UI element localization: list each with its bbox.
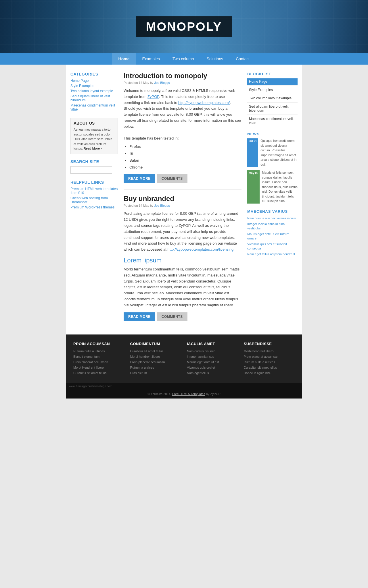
- list-item: Rutrum nulla a ultrices: [73, 349, 124, 353]
- search-section: SEARCH SITE: [70, 159, 118, 174]
- helpful-link[interactable]: Cheap web hosting from Dreamhost: [70, 196, 118, 204]
- blocklist-link[interactable]: Home Page: [247, 78, 298, 85]
- footer-url: www.heritagechristiancollege.com: [66, 383, 302, 389]
- category-link[interactable]: Maecenas condimentum velit vitae: [70, 103, 118, 111]
- footer-link[interactable]: Nam cursus nisi nec: [187, 349, 215, 353]
- about-text: Aenean nec massa a tortor auctor sodales…: [74, 127, 115, 151]
- list-item: Home Page: [247, 78, 298, 85]
- blocklist-section: BLOCKLIST Home Page Style Examples Two c…: [247, 72, 298, 126]
- footer-link[interactable]: Proin placerat accumsan: [130, 360, 165, 364]
- nav-examples[interactable]: Examples: [136, 53, 166, 65]
- post-2-author[interactable]: Joe Bloggs: [154, 204, 170, 207]
- nav-solutions[interactable]: Solutions: [200, 53, 230, 65]
- post-2-readmore[interactable]: READ MORE: [124, 312, 155, 321]
- category-link[interactable]: Home Page: [70, 79, 118, 83]
- footer-link[interactable]: Blandit elementum: [73, 355, 99, 358]
- post-1-author[interactable]: Joe Bloggs: [154, 81, 170, 84]
- post-1-readmore[interactable]: READ MORE: [124, 174, 155, 183]
- post-1-title: Introduction to monopoly: [124, 72, 241, 80]
- footer-col-3-list: Nam cursus nisi nec Integer lacinia risu…: [187, 349, 238, 375]
- footer-bottom: © YourSite 2014, Free HTML5 Templates by…: [66, 389, 302, 399]
- list-item: Proin placerat accumsan: [130, 360, 181, 364]
- main-nav: Home Examples Two column Solutions Conta…: [0, 53, 368, 65]
- list-item: Integer lacinia risus id nibh vestibulum: [247, 222, 298, 230]
- footer-link[interactable]: Curabitur sit amet tellus: [130, 349, 164, 353]
- footer-col-4-title: SUSPENDISSE: [244, 342, 295, 346]
- search-box: [70, 166, 118, 174]
- helpful-link[interactable]: Premium WordPress themes: [70, 205, 118, 209]
- list-item: Sed aliquam libero ut velit bibendum: [70, 94, 118, 102]
- post-1-actions: READ MORE COMMENTS: [124, 174, 241, 183]
- main-content: Introduction to monopoly Posted on 14 Ma…: [124, 72, 241, 327]
- maecenas-link[interactable]: Vivamus quis orci et suscipit consequa: [247, 242, 287, 250]
- news-text-2: Mauris et felis semper, congue dui ac, i…: [262, 170, 298, 204]
- footer-col-1: PROIN ACCUMSAN Rutrum nulla a ultrices B…: [70, 342, 127, 376]
- list-item: Curabitur sit amet tellus: [73, 371, 124, 375]
- maecenas-link[interactable]: Nam cursus nisi nec viverra iaculis: [247, 216, 296, 220]
- post-1-body: Welcome to monopoly, a free valid CSS3 &…: [124, 88, 241, 170]
- footer-link[interactable]: Rutrum nulla a ultrices: [73, 349, 105, 353]
- footer-link[interactable]: Mauris eget ante ut elit: [187, 360, 219, 364]
- helpful-link[interactable]: Premium HTML web templates from $10: [70, 187, 118, 195]
- post-1-comments[interactable]: COMMENTS: [157, 174, 187, 183]
- news-item-1: Jul 21 Quisque hendrerit lorem sit amet …: [247, 138, 298, 167]
- list-item: Style Examples: [247, 87, 298, 93]
- footer-col-3-title: IACULIS AMET: [187, 342, 238, 346]
- post-2-body: Purchasing a template license for 8.00 G…: [124, 211, 241, 253]
- list-item: Style Examples: [70, 84, 118, 88]
- search-input[interactable]: [70, 166, 112, 174]
- list-item: Maecenas condimentum velit vitae: [247, 116, 298, 126]
- footer-link[interactable]: Morbi hendrerit libero: [130, 355, 160, 358]
- blocklist-link[interactable]: Style Examples: [247, 87, 298, 93]
- post-2-meta: Posted on 14 May by Joe Bloggs: [124, 204, 241, 207]
- nav-home[interactable]: Home: [112, 53, 136, 65]
- footer-link[interactable]: Donec in ligula nisl.: [244, 371, 271, 375]
- footer-link[interactable]: Morbi hendrerit libero: [244, 349, 274, 353]
- footer-link[interactable]: Curabitur sit amet tellus: [244, 366, 277, 369]
- post-2: Buy unbranded Posted on 14 May by Joe Bl…: [124, 195, 241, 321]
- maecenas-link[interactable]: Mauris eget ante ut elit rutrum ornare: [247, 232, 289, 240]
- footer-columns: PROIN ACCUMSAN Rutrum nulla a ultrices B…: [66, 334, 302, 383]
- nav-contact[interactable]: Contact: [229, 53, 256, 65]
- blocklist-link[interactable]: Maecenas condimentum velit vitae: [247, 116, 298, 126]
- list-item: Blandit elementum: [73, 354, 124, 359]
- footer-link[interactable]: Nam eget tellus: [187, 371, 209, 375]
- divider: [247, 86, 298, 86]
- post-2-comments[interactable]: COMMENTS: [157, 312, 187, 321]
- blocklist-link[interactable]: Two column layout example: [247, 95, 298, 101]
- footer-link[interactable]: Proin placerat accumsan: [244, 355, 279, 358]
- blocklist-link[interactable]: Sed aliquam libero ut velit bibendum: [247, 103, 298, 114]
- category-link[interactable]: Two column layout example: [70, 89, 118, 93]
- zypop-link-1[interactable]: ZyPOP: [147, 94, 159, 99]
- footer-link[interactable]: Proin placerat accumsan: [73, 360, 108, 364]
- footer-link[interactable]: Rutrum a ultrices: [130, 366, 154, 369]
- footer-link[interactable]: Morbi Hendrerit libero: [73, 366, 104, 369]
- template-url-link[interactable]: http://zypopwebtemplates.com/: [178, 100, 230, 105]
- maecenas-link[interactable]: Nam eget tellus adipscin hendrerit: [247, 252, 295, 256]
- footer-col-2: CONDIMENTUM Curabitur sit amet tellus Mo…: [127, 342, 184, 376]
- maecenas-link[interactable]: Integer lacinia risus id nibh vestibulum: [247, 222, 285, 230]
- divider: [247, 115, 298, 115]
- footer-col-4-list: Morbi hendrerit libero Proin placerat ac…: [244, 349, 295, 375]
- category-link[interactable]: Style Examples: [70, 84, 118, 88]
- footer-link[interactable]: Curabitur sit amet tellus: [73, 371, 107, 375]
- list-item: Cras dictum: [130, 371, 181, 375]
- footer-link[interactable]: Rutrum nulla a ultrices: [244, 360, 275, 364]
- post-divider: [124, 189, 241, 189]
- nav-two-column[interactable]: Two column: [166, 53, 200, 65]
- list-item: Two column layout example: [247, 95, 298, 101]
- list-item: Mauris eget ante ut elit: [187, 360, 238, 364]
- about-box: ABOUT US Aenean nec massa a tortor aucto…: [70, 118, 118, 154]
- about-readmore[interactable]: Read More »: [84, 147, 102, 150]
- list-item: Morbi Hendrerit libero: [73, 365, 124, 370]
- footer-link[interactable]: Vivamus quis orci et: [187, 366, 215, 369]
- footer-link[interactable]: Cras dictum: [130, 371, 147, 375]
- licensing-link[interactable]: http://zypopwebtemplates.com/licensing: [167, 247, 233, 252]
- list-item: Nam cursus nisi nec: [187, 349, 238, 353]
- category-link[interactable]: Sed aliquam libero ut velit bibendum: [70, 94, 118, 102]
- news-section: NEWS Jul 21 Quisque hendrerit lorem sit …: [247, 132, 298, 204]
- list-item: Nam cursus nisi nec viverra iaculis: [247, 216, 298, 220]
- footer-link[interactable]: Integer lacinia risus: [187, 355, 214, 358]
- footer-html5-link[interactable]: Free HTML5 Templates: [172, 392, 205, 396]
- list-item: IE: [129, 151, 241, 157]
